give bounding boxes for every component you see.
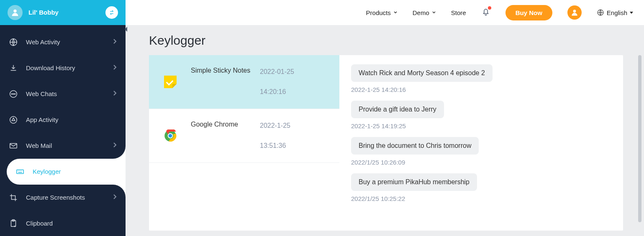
svg-point-15 <box>169 134 172 138</box>
download-icon <box>8 63 18 73</box>
sidebar-item-label: Web Mail <box>26 142 52 149</box>
nav-products[interactable]: Products <box>366 9 398 16</box>
sidebar-nav: Web Activity Download History Web Chats … <box>0 25 126 236</box>
app-activity-icon <box>8 115 18 125</box>
main: Products Demo Store Buy Now English Keyl… <box>126 0 644 236</box>
sidebar-item-web-activity[interactable]: Web Activity <box>0 29 126 55</box>
sidebar-item-label: Download History <box>26 64 75 71</box>
sidebar-item-keylogger[interactable]: Keylogger <box>7 159 126 185</box>
profile-avatar[interactable] <box>8 5 23 20</box>
sidebar-item-app-activity[interactable]: App Activity <box>0 107 126 133</box>
sidebar-item-label: Clipboard <box>26 220 53 227</box>
sidebar-item-label: Capture Screenshots <box>26 194 85 201</box>
sidebar-item-clipboard[interactable]: Clipboard <box>0 211 126 236</box>
app-list: Simple Sticky Notes 2022-01-25 14:20:16 <box>149 55 339 231</box>
log-entry: Buy a premium PikaHub membership 2022/1/… <box>351 173 611 202</box>
buy-now-button[interactable]: Buy Now <box>505 5 552 20</box>
app-time: 14:20:16 <box>260 87 294 97</box>
notifications-button[interactable] <box>481 7 490 18</box>
swap-icon <box>108 9 115 16</box>
nav-label: Store <box>451 9 466 16</box>
chevron-down-icon <box>393 10 398 15</box>
svg-rect-7 <box>10 143 17 148</box>
app-name: Google Chrome <box>191 121 260 151</box>
log-timestamp: 2022-1-25 14:19:25 <box>351 122 611 129</box>
page-title: Keylogger <box>149 33 623 48</box>
svg-point-5 <box>15 94 15 94</box>
sidebar-item-download-history[interactable]: Download History <box>0 55 126 81</box>
sidebar-item-capture-screenshots[interactable]: Capture Screenshots <box>0 185 126 211</box>
account-avatar-button[interactable] <box>567 5 582 20</box>
sidebar-item-web-chats[interactable]: Web Chats <box>0 81 126 107</box>
chevron-right-icon <box>113 38 117 46</box>
sticky-notes-icon <box>159 76 182 88</box>
sidebar-item-label: Web Chats <box>26 90 57 97</box>
chevron-down-icon <box>432 10 436 15</box>
keyboard-icon <box>15 167 25 177</box>
chevron-right-icon <box>113 64 117 72</box>
crop-icon <box>8 193 18 203</box>
svg-point-3 <box>11 94 12 94</box>
app-date: 2022-1-25 <box>260 121 290 131</box>
nav-label: Products <box>366 9 391 16</box>
log-timestamp: 2022-1-25 14:20:16 <box>351 86 611 93</box>
sidebar-item-web-mail[interactable]: Web Mail <box>0 133 126 159</box>
log-timestamp: 2022/1/25 10:25:22 <box>351 195 611 202</box>
sidebar: Lil' Bobby Web Activity Download History… <box>0 0 126 236</box>
sidebar-item-label: Web Activity <box>26 38 60 46</box>
clipboard-icon <box>8 218 18 228</box>
log-text: Buy a premium PikaHub membership <box>351 173 477 191</box>
content-area: Keylogger Simple Sticky Notes 2022-01-25… <box>126 25 644 236</box>
mail-icon <box>8 141 18 151</box>
language-selector[interactable]: English <box>597 9 633 16</box>
user-icon <box>10 8 20 17</box>
sidebar-item-label: App Activity <box>26 116 59 123</box>
nav-store[interactable]: Store <box>451 9 466 16</box>
app-row-chrome[interactable]: Google Chrome 2022-1-25 13:51:36 <box>149 109 339 163</box>
notification-dot <box>488 6 491 10</box>
app-time: 13:51:36 <box>260 141 290 151</box>
keylogger-panel: Simple Sticky Notes 2022-01-25 14:20:16 <box>149 55 623 231</box>
caret-down-icon <box>630 12 633 14</box>
chevron-right-icon <box>113 90 117 98</box>
nav-label: Demo <box>413 9 429 16</box>
user-icon <box>570 8 579 17</box>
log-text: Bring the document to Chris tomorrow <box>351 137 479 155</box>
scrollbar-thumb[interactable] <box>638 55 641 222</box>
topbar: Products Demo Store Buy Now English <box>126 0 644 25</box>
log-entry: Watch Rick and Morty Season 4 episode 2 … <box>351 64 611 93</box>
globe-icon <box>8 37 18 47</box>
globe-icon <box>597 9 604 16</box>
log-entry: Provide a gift idea to Jerry 2022-1-25 1… <box>351 101 611 129</box>
content-scrollbar[interactable] <box>638 55 641 231</box>
chrome-icon <box>159 129 182 142</box>
nav-demo[interactable]: Demo <box>413 9 436 16</box>
keystroke-log[interactable]: Watch Rick and Morty Season 4 episode 2 … <box>339 55 623 231</box>
chat-icon <box>8 89 18 99</box>
sidebar-header: Lil' Bobby <box>0 0 126 25</box>
log-text: Watch Rick and Morty Season 4 episode 2 <box>351 64 493 82</box>
chevron-right-icon <box>113 194 117 201</box>
svg-point-11 <box>573 10 576 13</box>
app-date: 2022-01-25 <box>260 67 294 77</box>
switch-profile-button[interactable] <box>105 6 118 19</box>
log-text: Provide a gift idea to Jerry <box>351 101 444 118</box>
profile-name: Lil' Bobby <box>28 9 59 16</box>
svg-rect-8 <box>17 170 24 173</box>
log-timestamp: 2022/1/25 10:26:09 <box>351 159 611 166</box>
log-entry: Bring the document to Chris tomorrow 202… <box>351 137 611 166</box>
svg-point-0 <box>13 10 16 13</box>
language-label: English <box>607 9 627 16</box>
app-name: Simple Sticky Notes <box>191 67 260 97</box>
svg-point-4 <box>13 94 14 94</box>
app-row-sticky-notes[interactable]: Simple Sticky Notes 2022-01-25 14:20:16 <box>149 55 339 109</box>
sidebar-item-label: Keylogger <box>33 168 61 175</box>
